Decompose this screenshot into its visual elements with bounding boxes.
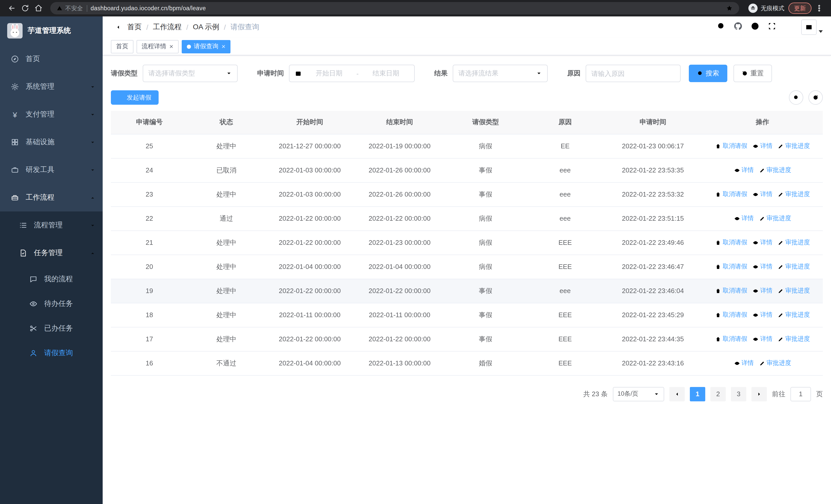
back-button[interactable] (5, 2, 19, 15)
breadcrumb-home[interactable]: 首页 (127, 23, 142, 32)
table-row: 16 不通过 2022-01-04 00:00:00 2022-01-13 00… (111, 351, 823, 375)
detail-link[interactable]: 详情 (752, 287, 773, 295)
cell-start-time: 2022-01-22 00:00:00 (265, 279, 355, 303)
fullscreen-button[interactable] (767, 22, 777, 33)
progress-link[interactable]: 审批进度 (778, 142, 810, 150)
pagination: 共 23 条 10条/页 1 2 3 前往 (111, 387, 823, 401)
next-page-button[interactable] (751, 387, 767, 401)
leave-type-select[interactable]: 请选择请假类型 (143, 65, 238, 82)
main-panel: 首页 / 工作流程 / OA 示例 / 请假查询 (103, 17, 831, 504)
progress-link[interactable]: 审批进度 (759, 214, 791, 223)
tab-leave-query[interactable]: 请假查询 × (181, 40, 230, 53)
leave-type-label: 请假类型 (111, 69, 138, 78)
tab-process-detail[interactable]: 流程详情 × (137, 40, 178, 53)
user-icon (29, 349, 38, 357)
cell-reason: eee (526, 182, 604, 206)
plus-icon (118, 94, 124, 100)
cancel-leave-link[interactable]: 取消请假 (715, 142, 747, 150)
detail-link[interactable]: 详情 (752, 310, 773, 319)
chevron-up-icon (90, 195, 95, 200)
page-button-1[interactable]: 1 (690, 387, 705, 401)
cancel-leave-link[interactable]: 取消请假 (715, 335, 747, 343)
sidebar-item-done-tasks[interactable]: 已办任务 (0, 316, 103, 341)
address-bar[interactable]: 不安全 dashboard.yudao.iocoder.cn/bpm/oa/le… (50, 2, 739, 14)
bookmark-button[interactable] (726, 5, 733, 12)
cell-reason: EEE (526, 303, 604, 327)
sidebar-item-system[interactable]: 系统管理 (0, 73, 103, 100)
progress-link[interactable]: 审批进度 (778, 287, 810, 295)
create-leave-button[interactable]: 发起请假 (111, 90, 159, 105)
detail-link[interactable]: 详情 (752, 262, 773, 271)
progress-link[interactable]: 审批进度 (778, 310, 810, 319)
detail-link[interactable]: 详情 (752, 142, 773, 150)
goto-page-input[interactable] (791, 387, 811, 401)
progress-link[interactable]: 审批进度 (778, 190, 810, 199)
github-button[interactable] (734, 22, 743, 33)
progress-link[interactable]: 审批进度 (759, 166, 791, 175)
help-button[interactable] (750, 22, 760, 33)
sidebar-item-todo-tasks[interactable]: 待办任务 (0, 292, 103, 316)
sidebar-item-process-mgmt[interactable]: 流程管理 (0, 211, 103, 239)
reason-input[interactable] (586, 65, 681, 82)
detail-link[interactable]: 详情 (734, 214, 754, 223)
sidebar-item-devtools[interactable]: 研发工具 (0, 156, 103, 184)
breadcrumb-current: 请假查询 (230, 23, 259, 32)
close-icon[interactable]: × (222, 43, 225, 50)
logo[interactable]: 芋道管理系统 (0, 17, 103, 45)
eye-icon (752, 288, 758, 294)
cell-actions: 取消请假 详情 审批进度 (702, 231, 823, 255)
security-chip[interactable]: 不安全 (56, 4, 83, 12)
detail-link[interactable]: 详情 (752, 190, 773, 199)
cancel-leave-link[interactable]: 取消请假 (715, 238, 747, 247)
col-end-time: 结束时间 (355, 111, 445, 134)
result-select[interactable]: 请选择流结果 (453, 65, 548, 82)
sidebar-item-home[interactable]: 首页 (0, 45, 103, 73)
reset-button[interactable]: 重置 (734, 65, 772, 82)
user-menu[interactable] (801, 20, 823, 35)
progress-link[interactable]: 审批进度 (778, 262, 810, 271)
sidebar-collapse-button[interactable] (111, 23, 120, 32)
sidebar-item-leave-query[interactable]: 请假查询 (0, 341, 103, 365)
tab-home[interactable]: 首页 (111, 40, 134, 53)
page-button-3[interactable]: 3 (731, 387, 746, 401)
pen-icon (778, 191, 784, 197)
prev-page-button[interactable] (669, 387, 685, 401)
cancel-leave-link[interactable]: 取消请假 (715, 310, 747, 319)
star-icon (726, 5, 733, 12)
page-size-select[interactable]: 10条/页 (613, 387, 664, 401)
sidebar-item-infra[interactable]: 基础设施 (0, 128, 103, 156)
security-warning-label: 不安全 (65, 4, 83, 12)
header-search-button[interactable] (717, 22, 726, 33)
reload-button[interactable] (19, 2, 32, 15)
detail-link[interactable]: 详情 (752, 335, 773, 343)
pen-icon (759, 215, 765, 221)
sidebar-item-task-mgmt[interactable]: 任务管理 (0, 239, 103, 267)
home-button[interactable] (32, 2, 45, 15)
browser-menu-button[interactable] (812, 2, 826, 15)
cancel-leave-link[interactable]: 取消请假 (715, 287, 747, 295)
sidebar-item-workflow[interactable]: 工作流程 (0, 184, 103, 211)
cell-end-time: 2022-01-04 00:00:00 (355, 255, 445, 279)
detail-link[interactable]: 详情 (734, 166, 754, 175)
sidebar-item-my-process[interactable]: 我的流程 (0, 267, 103, 292)
header-actions (717, 20, 823, 35)
cancel-leave-link[interactable]: 取消请假 (715, 262, 747, 271)
progress-link[interactable]: 审批进度 (778, 335, 810, 343)
detail-link[interactable]: 详情 (734, 359, 754, 367)
progress-link[interactable]: 审批进度 (759, 359, 791, 367)
breadcrumb-workflow: 工作流程 (153, 23, 182, 32)
progress-link[interactable]: 审批进度 (778, 238, 810, 247)
refresh-table-button[interactable] (808, 90, 823, 105)
font-size-button[interactable] (784, 22, 794, 33)
detail-link[interactable]: 详情 (752, 238, 773, 247)
cancel-leave-link[interactable]: 取消请假 (715, 190, 747, 199)
apply-time-range-picker[interactable]: 开始日期 - 结束日期 (289, 65, 415, 82)
close-icon[interactable]: × (169, 43, 173, 50)
page-button-2[interactable]: 2 (710, 387, 726, 401)
cell-status: 处理中 (188, 231, 265, 255)
sidebar-item-payment[interactable]: ¥ 支付管理 (0, 100, 103, 128)
chevron-down-icon (90, 139, 95, 145)
toggle-search-button[interactable] (789, 90, 803, 105)
search-button[interactable]: 搜索 (689, 65, 727, 82)
update-button[interactable]: 更新 (789, 3, 811, 14)
